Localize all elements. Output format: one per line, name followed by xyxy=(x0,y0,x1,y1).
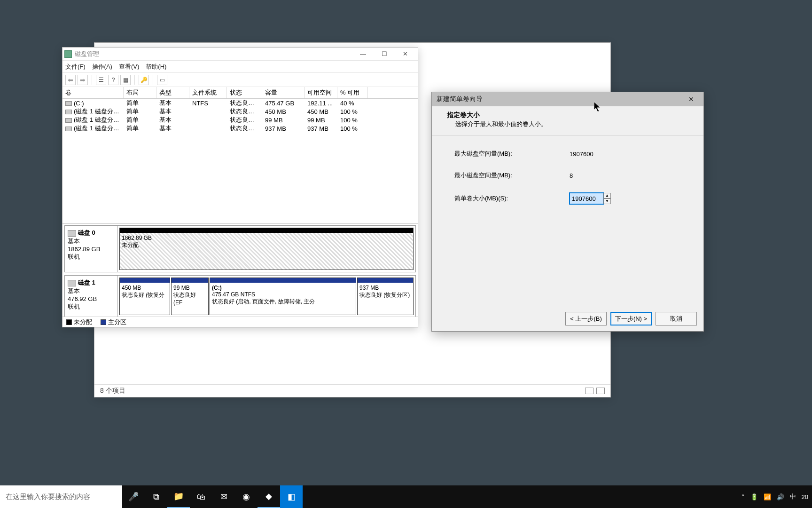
menu-view[interactable]: 查看(V) xyxy=(119,63,139,71)
explorer-status-text: 8 个项目 xyxy=(100,387,125,395)
volume-row[interactable]: (磁盘 1 磁盘分区 1)简单基本状态良好 (...450 MB450 MB10… xyxy=(62,107,418,116)
toolbar: ⬅ ➡ ☰ ? ▦ 🔑 ▭ xyxy=(62,73,418,87)
app-icon xyxy=(64,50,72,58)
disk-graphical-pane: 磁盘 0 基本 1862.89 GB 联机 1862.89 GB 未分配 磁盘 … xyxy=(62,223,418,317)
wizard-subheading: 选择介于最大和最小值的卷大小。 xyxy=(455,120,547,127)
wizard-titlebar[interactable]: 新建简单卷向导 ✕ xyxy=(432,92,703,106)
clock[interactable]: 20 xyxy=(802,493,808,500)
col-status[interactable]: 状态 xyxy=(227,87,262,98)
menu-file[interactable]: 文件(F) xyxy=(65,63,86,71)
view-thumbs-icon[interactable] xyxy=(596,388,605,394)
back-icon[interactable]: ⬅ xyxy=(65,75,76,85)
taskbar-search[interactable]: 在这里输入你要搜索的内容 xyxy=(0,485,122,508)
wizard-heading: 指定卷大小 xyxy=(447,111,688,119)
toolbar-icon-4[interactable]: 🔑 xyxy=(139,75,149,85)
toolbar-icon-5[interactable]: ▭ xyxy=(157,75,167,85)
volume-header[interactable]: 卷 布局 类型 文件系统 状态 容量 可用空间 % 可用 xyxy=(62,87,418,99)
disk-icon xyxy=(68,280,76,286)
disk-1-partition-1[interactable]: 450 MB 状态良好 (恢复分 xyxy=(119,278,170,315)
tray-chevron-icon[interactable]: ˄ xyxy=(742,493,745,500)
col-filesystem[interactable]: 文件系统 xyxy=(189,87,227,98)
col-volume[interactable]: 卷 xyxy=(62,87,124,98)
next-button[interactable]: 下一步(N) > xyxy=(610,312,652,325)
search-placeholder: 在这里输入你要搜索的内容 xyxy=(6,492,90,501)
legend-unalloc-swatch xyxy=(66,319,72,325)
toolbar-icon-3[interactable]: ▦ xyxy=(120,75,131,85)
cancel-button[interactable]: 取消 xyxy=(656,312,697,325)
app-icon-2[interactable]: ◧ xyxy=(280,485,303,508)
col-type[interactable]: 类型 xyxy=(156,87,189,98)
ime-indicator[interactable]: 中 xyxy=(790,492,796,501)
col-percentfree[interactable]: % 可用 xyxy=(337,87,368,98)
close-button[interactable]: ✕ xyxy=(395,48,416,60)
volume-row[interactable]: (C:)简单基本NTFS状态良好 (...475.47 GB192.11 ...… xyxy=(62,99,418,107)
chrome-icon[interactable]: ◉ xyxy=(235,485,258,508)
toolbar-icon-1[interactable]: ☰ xyxy=(96,75,106,85)
volume-size-input[interactable] xyxy=(570,193,603,204)
legend-primary-swatch xyxy=(101,319,106,325)
menu-action[interactable]: 操作(A) xyxy=(92,63,112,71)
disk-1-partition-c[interactable]: (C:) 475.47 GB NTFS 状态良好 (启动, 页面文件, 故障转储… xyxy=(210,278,356,315)
wizard-title: 新建简单卷向导 xyxy=(437,95,483,103)
forward-icon[interactable]: ➡ xyxy=(78,75,88,85)
taskbar[interactable]: 在这里输入你要搜索的内容 🎤 ⧉ 📁 🛍 ✉ ◉ ◆ ◧ ˄ 🔋 📶 🔊 中 2… xyxy=(0,485,812,508)
legend: 未分配 主分区 xyxy=(62,317,418,327)
battery-icon[interactable]: 🔋 xyxy=(750,493,758,500)
store-icon[interactable]: 🛍 xyxy=(190,485,212,508)
disk-0-unallocated[interactable]: 1862.89 GB 未分配 xyxy=(119,228,414,270)
max-space-label: 最大磁盘空间量(MB): xyxy=(454,150,570,158)
disk-0-row[interactable]: 磁盘 0 基本 1862.89 GB 联机 1862.89 GB 未分配 xyxy=(64,225,416,272)
menubar: 文件(F) 操作(A) 查看(V) 帮助(H) xyxy=(62,61,418,73)
cortana-icon[interactable]: 🎤 xyxy=(122,485,145,508)
disk-1-info: 磁盘 1 基本 476.92 GB 联机 xyxy=(65,276,117,317)
disk-1-row[interactable]: 磁盘 1 基本 476.92 GB 联机 450 MB 状态良好 (恢复分 99… xyxy=(64,275,416,317)
back-button[interactable]: < 上一步(B) xyxy=(565,312,607,325)
disk-management-window: 磁盘管理 — ☐ ✕ 文件(F) 操作(A) 查看(V) 帮助(H) ⬅ ➡ ☰… xyxy=(62,47,418,327)
mail-icon[interactable]: ✉ xyxy=(212,485,235,508)
system-tray[interactable]: ˄ 🔋 📶 🔊 中 20 xyxy=(738,492,812,501)
wizard-close-icon[interactable]: ✕ xyxy=(684,95,699,103)
svg-marker-0 xyxy=(594,102,600,112)
maximize-button[interactable]: ☐ xyxy=(374,48,395,60)
task-view-icon[interactable]: ⧉ xyxy=(145,485,167,508)
toolbar-icon-2[interactable]: ? xyxy=(108,75,118,85)
volume-row[interactable]: (磁盘 1 磁盘分区 5)简单基本状态良好 (...937 MB937 MB10… xyxy=(62,124,418,133)
min-space-label: 最小磁盘空间量(MB): xyxy=(454,171,570,180)
max-space-value: 1907600 xyxy=(570,151,593,158)
disk-1-partition-2[interactable]: 99 MB 状态良好 (EF xyxy=(171,278,209,315)
volume-size-spinner[interactable]: ▲ ▼ xyxy=(570,193,611,204)
spin-down-button[interactable]: ▼ xyxy=(603,198,611,204)
wizard-body: 最大磁盘空间量(MB): 1907600 最小磁盘空间量(MB): 8 简单卷大… xyxy=(432,135,703,306)
minimize-button[interactable]: — xyxy=(352,48,374,60)
col-layout[interactable]: 布局 xyxy=(124,87,156,98)
menu-help[interactable]: 帮助(H) xyxy=(146,63,166,71)
min-space-value: 8 xyxy=(570,172,573,179)
disk-icon xyxy=(68,230,76,237)
wizard-header: 指定卷大小 选择介于最大和最小值的卷大小。 xyxy=(432,106,703,135)
file-explorer-icon[interactable]: 📁 xyxy=(167,485,190,508)
window-title: 磁盘管理 xyxy=(75,50,99,58)
volume-row[interactable]: (磁盘 1 磁盘分区 2)简单基本状态良好 (...99 MB99 MB100 … xyxy=(62,116,418,124)
spin-up-button[interactable]: ▲ xyxy=(603,193,611,198)
titlebar[interactable]: 磁盘管理 — ☐ ✕ xyxy=(62,48,418,61)
wifi-icon[interactable]: 📶 xyxy=(764,493,771,500)
app-icon-1[interactable]: ◆ xyxy=(258,485,280,508)
col-freespace[interactable]: 可用空间 xyxy=(304,87,337,98)
new-simple-volume-wizard: 新建简单卷向导 ✕ 指定卷大小 选择介于最大和最小值的卷大小。 最大磁盘空间量(… xyxy=(431,92,704,332)
disk-1-partition-5[interactable]: 937 MB 状态良好 (恢复分区) xyxy=(357,278,414,315)
disk-0-info: 磁盘 0 基本 1862.89 GB 联机 xyxy=(65,226,117,272)
volume-size-label: 简单卷大小(MB)(S): xyxy=(454,194,570,203)
volume-list[interactable]: 卷 布局 类型 文件系统 状态 容量 可用空间 % 可用 (C:)简单基本NTF… xyxy=(62,87,418,223)
volume-icon[interactable]: 🔊 xyxy=(777,493,784,500)
view-details-icon[interactable] xyxy=(585,388,593,394)
wizard-footer: < 上一步(B) 下一步(N) > 取消 xyxy=(432,306,703,331)
col-capacity[interactable]: 容量 xyxy=(262,87,304,98)
